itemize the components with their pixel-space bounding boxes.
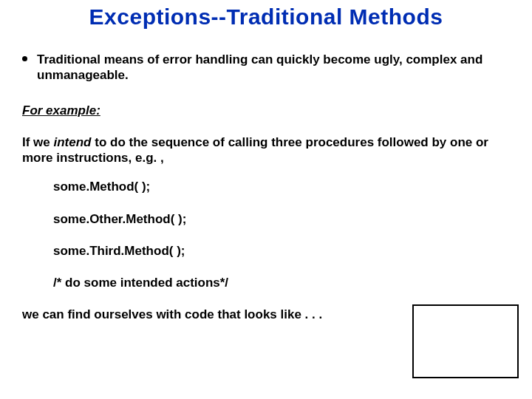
- for-example-label: For example:: [22, 103, 510, 118]
- intend-paragraph: If we intend to do the sequence of calli…: [22, 134, 510, 166]
- code-block: some.Method( ); some.Other.Method( ); so…: [53, 179, 510, 290]
- bullet-item: Traditional means of error handling can …: [22, 52, 510, 83]
- code-line-4: /* do some intended actions*/: [53, 275, 510, 290]
- intend-italic: intend: [54, 135, 92, 149]
- intend-suffix: to do the sequence of calling three proc…: [22, 135, 488, 165]
- slide: Exceptions--Traditional Methods Traditio…: [0, 0, 532, 399]
- intend-prefix: If we: [22, 135, 54, 149]
- code-line-3: some.Third.Method( );: [53, 243, 510, 259]
- empty-box: [412, 304, 519, 378]
- bullet-text: Traditional means of error handling can …: [37, 52, 482, 82]
- code-line-1: some.Method( );: [53, 179, 510, 194]
- bullet-dot-icon: [22, 56, 27, 61]
- for-example-text: For example:: [22, 103, 100, 117]
- slide-title: Exceptions--Traditional Methods: [0, 4, 532, 30]
- code-line-2: some.Other.Method( );: [53, 211, 510, 227]
- slide-body: Traditional means of error handling can …: [22, 52, 510, 323]
